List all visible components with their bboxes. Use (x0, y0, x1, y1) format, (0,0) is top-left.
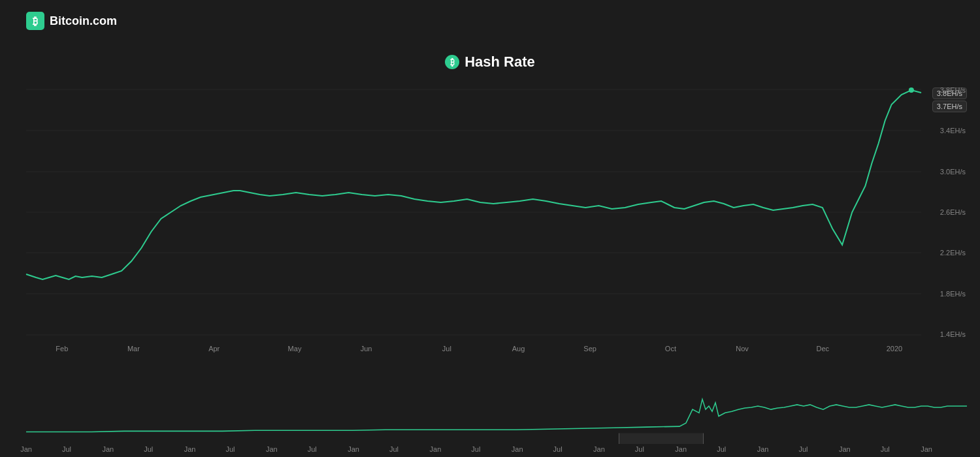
overview-chart-svg (26, 372, 967, 433)
chart-title-area: ₿ Hash Rate (0, 54, 980, 71)
x-ov-jan2015: Jan (593, 445, 605, 453)
x-ov-jan2019: Jan (921, 445, 932, 453)
x-main-may: May (288, 345, 302, 353)
y-label-7: 1.4EH/s (940, 330, 966, 338)
x-main-jul: Jul (442, 345, 451, 353)
y-label-2: 3.4EH/s (940, 127, 966, 134)
y-label-1: 3.8EH/s (940, 86, 966, 94)
x-ov-jan2016: Jan (675, 445, 687, 453)
x-main-apr: Apr (208, 345, 220, 353)
x-ov-jul2009: Jul (144, 445, 153, 453)
x-ov-jul2013: Jul (471, 445, 480, 453)
x-ov-jan2017: Jan (757, 445, 769, 453)
logo-text: Bitcoin.com (50, 14, 117, 28)
hash-rate-line (26, 90, 921, 279)
x-ov-jul2010: Jul (225, 445, 235, 453)
x-main-dec: Dec (817, 345, 830, 353)
logo-area: ₿ Bitcoin.com (26, 12, 117, 30)
x-main-feb: Feb (56, 345, 68, 353)
x-ov-jul2016: Jul (717, 445, 726, 453)
x-ov-jan2012: Jan (348, 445, 359, 453)
x-ov-jan2009: Jan (102, 445, 114, 453)
x-main-mar: Mar (127, 345, 140, 353)
x-ov-jan2018: Jan (839, 445, 851, 453)
x-main-2020: 2020 (887, 345, 902, 353)
x-ov-jul2012: Jul (389, 445, 399, 453)
x-main-oct: Oct (665, 345, 676, 353)
bitcoin-logo-icon: ₿ (26, 12, 44, 30)
x-axis-overview: Jan Jul Jan Jul Jan Jul Jan Jul Jan Jul … (26, 445, 967, 457)
x-main-aug: Aug (512, 345, 525, 353)
x-ov-jan2010: Jan (184, 445, 196, 453)
x-ov-jan2008: Jan (20, 445, 32, 453)
overview-chart: Jan Jul Jan Jul Jan Jul Jan Jul Jan Jul … (26, 372, 967, 444)
y-label-4: 2.6EH/s (940, 208, 966, 216)
y-label-6: 1.8EH/s (940, 290, 966, 298)
y-label-3: 3.0EH/s (940, 168, 966, 176)
x-ov-jul2011: Jul (308, 445, 317, 453)
chart-end-dot (909, 87, 914, 93)
x-axis-main: Feb Mar Apr May Jun Jul Aug Sep Oct Nov … (26, 345, 921, 358)
x-ov-jul2008: Jul (62, 445, 71, 453)
main-chart: 3.8EH/s 3.7EH/s 3.8EH/s 3.4EH/s (26, 85, 967, 339)
x-ov-jul2014: Jul (553, 445, 563, 453)
y-axis-labels: 3.8EH/s 3.4EH/s 3.0EH/s 2.6EH/s 2.2EH/s … (921, 85, 967, 339)
svg-rect-11 (26, 372, 967, 433)
x-ov-jul2015: Jul (635, 445, 644, 453)
x-ov-jul2017: Jul (798, 445, 808, 453)
x-ov-jan2013: Jan (430, 445, 442, 453)
y-label-5: 2.2EH/s (940, 249, 966, 257)
svg-text:₿: ₿ (450, 57, 455, 67)
hash-rate-title-icon: ₿ (445, 55, 459, 69)
chart-title: Hash Rate (465, 54, 535, 71)
x-main-nov: Nov (736, 345, 749, 353)
main-chart-svg (26, 85, 921, 339)
x-main-sep: Sep (583, 345, 596, 353)
x-ov-jul2018: Jul (881, 445, 890, 453)
x-ov-jan2014: Jan (512, 445, 523, 453)
x-main-jun: Jun (361, 345, 372, 353)
app: ₿ Bitcoin.com ₿ Hash Rate 3.8EH/s 3.7EH/… (0, 0, 980, 457)
svg-text:₿: ₿ (33, 16, 38, 27)
x-ov-jan2011: Jan (266, 445, 278, 453)
